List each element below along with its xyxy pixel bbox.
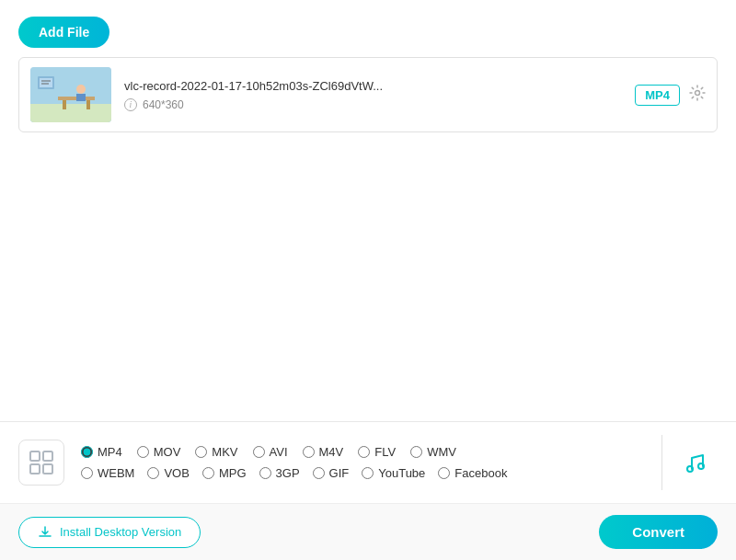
svg-point-11 xyxy=(696,90,700,95)
format-badge: MP4 xyxy=(635,85,680,106)
format-option-mkv[interactable]: MKV xyxy=(195,445,237,459)
audio-format-icon[interactable] xyxy=(672,440,718,486)
action-bar: Install Desktop Version Convert xyxy=(0,503,736,560)
format-option-flv[interactable]: FLV xyxy=(358,445,396,459)
convert-button[interactable]: Convert xyxy=(599,515,718,549)
top-bar: Add File xyxy=(0,0,736,57)
format-grid-icon xyxy=(18,440,64,486)
info-icon: i xyxy=(124,98,137,111)
divider xyxy=(661,435,662,490)
svg-rect-3 xyxy=(63,100,66,109)
format-option-3gp[interactable]: 3GP xyxy=(259,466,300,480)
settings-button[interactable] xyxy=(689,85,706,106)
file-actions: MP4 xyxy=(635,85,706,106)
format-option-gif[interactable]: GIF xyxy=(313,466,350,480)
format-option-mpg[interactable]: MPG xyxy=(202,466,247,480)
format-row-1: MP4 MOV MKV AVI M4V FLV WM xyxy=(81,445,652,459)
format-option-mp4[interactable]: MP4 xyxy=(81,445,122,459)
svg-rect-8 xyxy=(40,78,52,87)
svg-point-17 xyxy=(698,463,704,469)
file-info: vlc-record-2022-01-17-10h52m03s-ZCl69dVt… xyxy=(111,79,635,111)
file-meta: i 640*360 xyxy=(124,98,622,111)
file-thumbnail xyxy=(30,67,111,122)
file-name: vlc-record-2022-01-17-10h52m03s-ZCl69dVt… xyxy=(124,79,622,93)
format-options: MP4 MOV MKV AVI M4V FLV WM xyxy=(81,445,652,480)
add-file-button[interactable]: Add File xyxy=(18,17,109,48)
content-area xyxy=(0,132,736,335)
format-option-vob[interactable]: VOB xyxy=(147,466,189,480)
format-option-mov[interactable]: MOV xyxy=(137,445,181,459)
install-desktop-button[interactable]: Install Desktop Version xyxy=(18,517,201,548)
svg-rect-1 xyxy=(30,104,111,122)
format-option-facebook[interactable]: Facebook xyxy=(438,466,507,480)
format-selector: MP4 MOV MKV AVI M4V FLV WM xyxy=(0,421,736,503)
svg-point-16 xyxy=(687,466,693,472)
svg-rect-15 xyxy=(43,464,52,474)
svg-rect-4 xyxy=(86,100,90,109)
install-label: Install Desktop Version xyxy=(60,525,181,539)
file-item: vlc-record-2022-01-17-10h52m03s-ZCl69dVt… xyxy=(18,57,718,132)
bottom-section: MP4 MOV MKV AVI M4V FLV WM xyxy=(0,421,736,560)
format-option-wmv[interactable]: WMV xyxy=(410,445,456,459)
format-option-webm[interactable]: WEBM xyxy=(81,466,134,480)
format-option-m4v[interactable]: M4V xyxy=(303,445,344,459)
svg-rect-13 xyxy=(43,451,52,461)
svg-rect-6 xyxy=(76,94,86,101)
download-icon xyxy=(38,525,52,540)
svg-point-5 xyxy=(76,85,86,94)
file-dimensions: 640*360 xyxy=(143,98,184,111)
file-list: vlc-record-2022-01-17-10h52m03s-ZCl69dVt… xyxy=(0,57,736,132)
svg-rect-14 xyxy=(30,464,40,474)
format-option-youtube[interactable]: YouTube xyxy=(362,466,425,480)
format-row-2: WEBM VOB MPG 3GP GIF YouTube xyxy=(81,466,652,480)
svg-rect-12 xyxy=(30,451,40,461)
format-option-avi[interactable]: AVI xyxy=(253,445,288,459)
